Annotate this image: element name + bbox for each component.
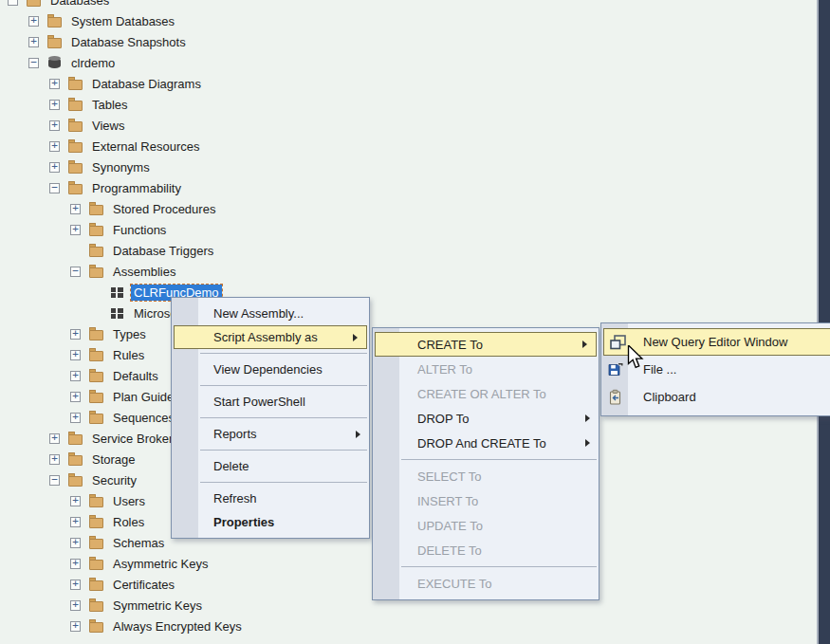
expander-plus-icon[interactable]: +: [49, 120, 60, 131]
menu-item-label: New Query Editor Window: [643, 335, 787, 349]
folder-icon: [68, 76, 83, 91]
expander-plus-icon[interactable]: +: [70, 350, 81, 360]
tree-item-system-databases[interactable]: +System Databases: [0, 10, 830, 31]
menu-separator: [200, 482, 367, 483]
tree-item-label: System Databases: [68, 13, 177, 29]
menu-item-start-powershell[interactable]: Start PowerShell: [172, 390, 369, 414]
expander-minus-icon[interactable]: −: [49, 475, 60, 486]
expander-plus-icon[interactable]: +: [70, 580, 81, 590]
menu-separator: [401, 459, 597, 460]
menu-item-label: ALTER To: [417, 362, 472, 377]
expander-minus-icon[interactable]: −: [70, 267, 81, 277]
folder-icon: [68, 431, 83, 446]
submenu-arrow-icon: [353, 334, 358, 341]
expander-plus-icon[interactable]: +: [28, 16, 39, 27]
tree-item-stored-procedures[interactable]: +Stored Procedures: [0, 198, 830, 219]
folder-icon: [68, 180, 83, 195]
tree-item-label: Security: [89, 472, 139, 488]
menu-separator: [200, 450, 367, 451]
menu-item-create-to[interactable]: CREATE To: [375, 332, 597, 357]
expander-plus-icon[interactable]: +: [70, 392, 81, 402]
menu-item-script-assembly-as[interactable]: Script Assembly as: [174, 325, 367, 349]
expander-plus-icon[interactable]: +: [49, 433, 60, 444]
tree-item-clrdemo[interactable]: −clrdemo: [0, 52, 830, 73]
expander-plus-icon[interactable]: +: [70, 517, 81, 527]
tree-item-views[interactable]: +Views: [0, 115, 830, 136]
expander-plus-icon[interactable]: +: [28, 37, 39, 47]
tree-item-databases[interactable]: −Databases: [0, 0, 830, 10]
menu-separator: [200, 417, 367, 418]
tree-item-microsoft-sqlserver-types[interactable]: Microsoft.SqlServer.Types: [0, 303, 830, 323]
expander-plus-icon[interactable]: +: [70, 413, 81, 423]
menu-item-update-to: UPDATE To: [373, 513, 599, 538]
tree-item-synonyms[interactable]: +Synonyms: [0, 156, 830, 177]
menu-item-drop-and-create-to[interactable]: DROP And CREATE To: [373, 431, 599, 455]
tree-item-always-encrypted-keys[interactable]: +Always Encrypted Keys: [0, 616, 830, 636]
menu-item-label: EXECUTE To: [417, 577, 492, 591]
tree-item-tables[interactable]: +Tables: [0, 94, 830, 115]
tree-item-assemblies[interactable]: −Assemblies: [0, 261, 830, 282]
folder-icon: [89, 410, 104, 425]
menu-item-properties[interactable]: Properties: [172, 510, 369, 534]
expander-plus-icon[interactable]: +: [70, 496, 81, 506]
tree-item-database-snapshots[interactable]: +Database Snapshots: [0, 31, 830, 52]
tree-item-label: Database Snapshots: [68, 34, 189, 50]
expander-plus-icon[interactable]: +: [49, 162, 60, 173]
tree-item-label: Schemas: [110, 535, 167, 551]
tree-item-label: clrdemo: [68, 55, 118, 71]
menu-item-label: DROP And CREATE To: [417, 436, 546, 451]
expander-minus-icon[interactable]: −: [8, 0, 18, 6]
tree-item-clrfuncdemo[interactable]: CLRFuncDemo: [0, 282, 830, 303]
expander-plus-icon[interactable]: +: [49, 79, 60, 89]
arrow-cursor-icon: [627, 345, 644, 371]
expander-plus-icon[interactable]: +: [70, 204, 81, 214]
tree-item-functions[interactable]: +Functions: [0, 219, 830, 240]
tree-item-label: Sequences: [110, 410, 177, 426]
tree-item-programmability[interactable]: −Programmability: [0, 177, 830, 198]
tree-item-label: Database Triggers: [110, 243, 216, 259]
expander-plus-icon[interactable]: +: [70, 538, 81, 548]
expander-plus-icon[interactable]: +: [49, 454, 60, 465]
expander-minus-icon[interactable]: −: [28, 58, 39, 68]
submenu-arrow-icon: [585, 439, 590, 447]
menu-item-label: View Dependencies: [213, 362, 323, 377]
menu-item-drop-to[interactable]: DROP To: [373, 406, 599, 431]
menu-item-label: INSERT To: [417, 494, 478, 508]
tree-item-database-diagrams[interactable]: +Database Diagrams: [0, 73, 830, 94]
folder-icon: [47, 34, 63, 49]
tree-item-database-triggers[interactable]: Database Triggers: [0, 240, 830, 261]
expander-plus-icon[interactable]: +: [70, 600, 81, 611]
folder-icon: [89, 201, 104, 216]
menu-item-reports[interactable]: Reports: [172, 422, 369, 446]
tree-item-external-resources[interactable]: +External Resources: [0, 136, 830, 156]
tree-item-label: External Resources: [89, 138, 202, 155]
menu-item-delete[interactable]: Delete: [172, 454, 369, 478]
expander-plus-icon[interactable]: +: [49, 141, 60, 152]
assembly-icon: [110, 305, 125, 321]
script-assembly-as-submenu: CREATE ToALTER ToCREATE OR ALTER ToDROP …: [372, 327, 599, 600]
menu-item-insert-to: INSERT To: [373, 488, 599, 513]
folder-icon: [68, 138, 83, 154]
expander-plus-icon[interactable]: +: [70, 225, 81, 235]
expander-plus-icon[interactable]: +: [70, 329, 81, 340]
assembly-icon: [110, 285, 125, 300]
expander-plus-icon[interactable]: +: [70, 559, 81, 569]
menu-item-refresh[interactable]: Refresh: [172, 487, 369, 510]
menu-item-view-dependencies[interactable]: View Dependencies: [172, 358, 369, 381]
assembly-context-menu: New Assembly...Script Assembly asView De…: [171, 297, 370, 539]
expander-plus-icon[interactable]: +: [70, 371, 81, 381]
menu-item-create-or-alter-to: CREATE OR ALTER To: [373, 381, 599, 406]
expander-plus-icon[interactable]: +: [70, 621, 81, 632]
expander-plus-icon[interactable]: +: [49, 100, 60, 110]
tree-item-label: Certificates: [110, 577, 177, 593]
expander-minus-icon[interactable]: −: [49, 183, 60, 193]
tree-item-label: Users: [110, 493, 148, 509]
menu-item-new-assembly[interactable]: New Assembly...: [172, 302, 369, 325]
folder-icon: [89, 535, 104, 550]
folder-icon: [89, 493, 104, 508]
folder-icon: [47, 13, 63, 28]
menu-item-clipboard[interactable]: Clipboard: [601, 383, 830, 411]
tree-item-label: Storage: [89, 451, 138, 468]
folder-icon: [89, 514, 104, 529]
new-query-editor-window-icon: [609, 333, 627, 351]
